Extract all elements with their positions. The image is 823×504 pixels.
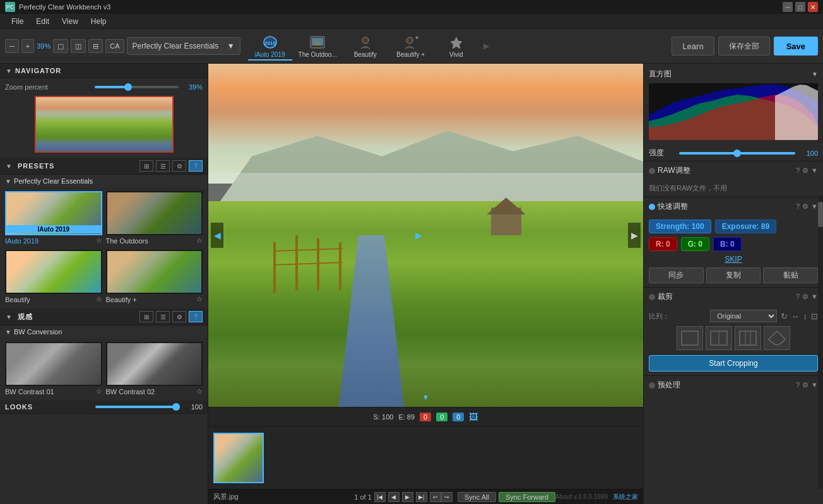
minimize-button[interactable]: ─ [783, 2, 793, 12]
menu-edit[interactable]: Edit [30, 16, 56, 27]
crop-grid-btn-4[interactable] [764, 326, 790, 350]
preset-tab-vivid[interactable]: Vivid [434, 32, 478, 61]
presets-grid-view-button[interactable]: ⊞ [139, 160, 153, 172]
zoom-slider[interactable] [95, 86, 179, 88]
nav-next-button[interactable]: ▶ [402, 492, 413, 502]
skip-button[interactable]: SKIP [725, 255, 742, 264]
nav-last-button[interactable]: ▶| [416, 492, 427, 502]
preset-tab-iauto[interactable]: 2019 iAuto 2019 [248, 32, 292, 61]
status-image-icon[interactable]: 🖼 [469, 412, 478, 422]
crop-grid-btn-1[interactable] [677, 326, 703, 350]
start-crop-button[interactable]: Start Cropping [649, 355, 818, 372]
main-area: ▼ NAVIGATOR Zoom percent 39% ▼ PRESETS ⊞… [0, 64, 823, 504]
preprocess-settings-icon[interactable]: ⚙ [802, 381, 808, 389]
preset-tab-beautifyplus[interactable]: + Beautify + [389, 32, 433, 61]
raw-help-icon[interactable]: ? [796, 167, 800, 175]
view-split-h-button[interactable]: ⊟ [88, 39, 103, 53]
looks-star-bw2[interactable]: ☆ [196, 387, 203, 396]
crop-ratio-select[interactable]: Original 1:1 4:3 16:9 Custom [710, 310, 776, 322]
crop-settings-icon[interactable]: ⚙ [802, 293, 808, 301]
looks-settings-button[interactable]: ⚙ [172, 311, 186, 322]
save-all-button[interactable]: 保存全部 [718, 37, 770, 56]
copy-button[interactable]: 复制 [706, 267, 761, 283]
crop-icon-2[interactable]: ↔ [791, 312, 800, 321]
looks-group-header[interactable]: ▼ BW Conversion [0, 325, 208, 338]
undo-button[interactable]: ↩ [430, 492, 441, 502]
preset-tab-outdoors[interactable]: The Outdoo... [293, 32, 342, 61]
paste-button[interactable]: 黏贴 [763, 267, 818, 283]
sync-forward-button[interactable]: Sync Forward [499, 492, 555, 502]
crop-icon-4[interactable]: ⊡ [811, 312, 818, 321]
preprocess-header[interactable]: 预处理 ? ⚙ ▼ [644, 376, 823, 394]
preset-item-outdoors[interactable]: The Outdoors ☆ [106, 191, 203, 246]
qa-strength-badge[interactable]: Strength: 100 [649, 220, 711, 233]
preset-star-outdoors[interactable]: ☆ [196, 237, 203, 245]
preset-star-iauto[interactable]: ☆ [96, 237, 102, 245]
view-split-v-button[interactable]: ◫ [71, 39, 86, 53]
looks-item-bw2[interactable]: BW Contrast 02 ☆ [106, 342, 203, 397]
preset-star-beautifyplus[interactable]: ☆ [196, 295, 203, 303]
histogram-arrow-icon[interactable]: ▼ [812, 71, 818, 78]
navigator-header[interactable]: ▼ NAVIGATOR [0, 64, 208, 78]
quick-adjust-collapse-icon[interactable]: ▼ [811, 202, 818, 211]
raw-settings-icon[interactable]: ⚙ [802, 167, 808, 175]
crop-help-icon[interactable]: ? [796, 293, 800, 301]
quick-adjust-help-icon[interactable]: ? [796, 202, 800, 211]
nav-prev-button[interactable]: ◀ [388, 492, 400, 502]
crop-icon-3[interactable]: ↕ [803, 312, 808, 321]
qa-exposure-badge[interactable]: Exposure: 89 [715, 220, 776, 233]
crop-section-header[interactable]: 裁剪 ? ⚙ ▼ [644, 288, 823, 306]
nav-first-button[interactable]: |◀ [374, 492, 386, 502]
menu-help[interactable]: Help [85, 16, 113, 27]
toolbar-minus-button[interactable]: ─ [5, 39, 19, 53]
looks-grid-view-button[interactable]: ⊞ [139, 311, 153, 322]
canvas-nav-left-button[interactable]: ◀ [211, 223, 223, 248]
preset-item-beautify[interactable]: Beautify ☆ [5, 250, 102, 305]
qa-r-badge[interactable]: R: 0 [649, 237, 677, 251]
preset-item-iauto[interactable]: IAuto 2019 IAuto 2019 ☆ [5, 191, 102, 246]
qa-g-badge[interactable]: G: 0 [681, 237, 709, 251]
presets-help-button[interactable]: ? [189, 160, 203, 172]
looks-list-view-button[interactable]: ☰ [156, 311, 170, 322]
preset-item-beautifyplus[interactable]: Beautify + ☆ [106, 250, 203, 305]
qa-b-badge[interactable]: B: 0 [713, 237, 742, 251]
looks-group-name: BW Conversion [14, 328, 62, 336]
preprocess-collapse-icon[interactable]: ▼ [811, 381, 818, 389]
crop-collapse-icon[interactable]: ▼ [811, 293, 818, 301]
presets-group-header[interactable]: ▼ Perfectly Clear Essentials [0, 175, 208, 187]
presets-list-view-button[interactable]: ☰ [156, 160, 170, 172]
preprocess-help-icon[interactable]: ? [796, 381, 800, 389]
preset-tab-beautify[interactable]: Beautify [343, 32, 388, 61]
quick-adjust-header[interactable]: 快速调整 ? ⚙ ▼ [644, 197, 823, 216]
preset-selector[interactable]: Perfectly Clear Essentials ▼ [127, 37, 240, 55]
filmstrip-thumb-1[interactable] [213, 433, 264, 483]
ca-button[interactable]: CA [105, 39, 124, 53]
canvas-nav-right-button[interactable]: ▶ [628, 223, 641, 248]
view-single-button[interactable]: ▢ [53, 39, 68, 53]
learn-button[interactable]: Learn [672, 37, 714, 56]
menu-file[interactable]: File [5, 16, 30, 27]
maximize-button[interactable]: □ [795, 2, 805, 12]
looks-item-bw1[interactable]: BW Contrast 01 ☆ [5, 342, 102, 397]
save-button[interactable]: Save [774, 37, 818, 56]
close-button[interactable]: ✕ [808, 2, 818, 12]
title-text: Perfectly Clear Workbench v3 [19, 3, 783, 11]
toolbar-plus-button[interactable]: + [21, 39, 34, 53]
sync-all-button[interactable]: Sync All [458, 492, 496, 502]
raw-section-header[interactable]: RAW调整 ? ⚙ ▼ [644, 161, 823, 180]
looks-help-button[interactable]: ? [189, 311, 203, 322]
presets-settings-button[interactable]: ⚙ [172, 160, 186, 172]
preset-star-beautify[interactable]: ☆ [96, 295, 102, 303]
crop-grid-btn-2[interactable] [706, 326, 732, 350]
raw-collapse-icon[interactable]: ▼ [811, 167, 818, 175]
menu-view[interactable]: View [56, 16, 85, 27]
looks-slider[interactable] [95, 406, 181, 408]
crop-grid-btn-3[interactable] [735, 326, 761, 350]
quick-adjust-content: Strength: 100 Exposure: 89 R: 0 G: 0 B: … [644, 216, 823, 287]
intensity-slider[interactable] [679, 152, 795, 155]
sync-button[interactable]: 同步 [649, 267, 704, 283]
redo-button[interactable]: ↪ [441, 492, 453, 502]
quick-adjust-settings-icon[interactable]: ⚙ [802, 202, 808, 211]
crop-icon-1[interactable]: ↻ [781, 312, 788, 321]
looks-star-bw1[interactable]: ☆ [96, 387, 102, 396]
